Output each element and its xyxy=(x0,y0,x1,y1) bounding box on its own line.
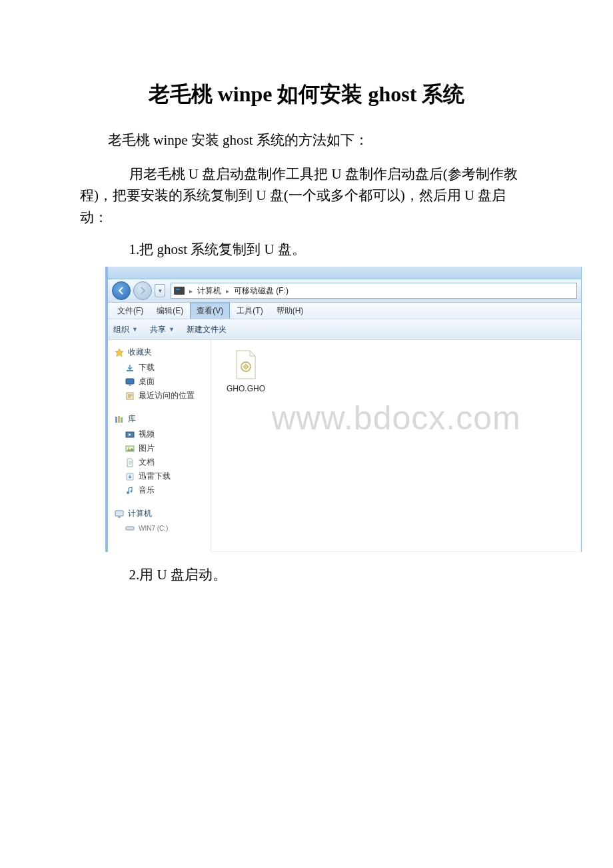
nav-computer[interactable]: 计算机 xyxy=(115,508,208,519)
menu-help[interactable]: 帮助(H) xyxy=(270,303,310,319)
file-item[interactable]: GHO.GHO xyxy=(221,349,271,393)
forward-button[interactable] xyxy=(133,281,152,300)
nav-xunlei-label: 迅雷下载 xyxy=(139,471,171,482)
document-icon xyxy=(125,458,135,467)
nav-music[interactable]: 音乐 xyxy=(115,483,208,497)
command-bar: 组织 ▼ 共享 ▼ 新建文件夹 xyxy=(108,319,581,340)
cmd-new-folder[interactable]: 新建文件夹 xyxy=(187,324,227,335)
drive-icon xyxy=(125,523,135,533)
pictures-icon xyxy=(125,444,135,453)
nav-libraries-label: 库 xyxy=(128,413,136,425)
nav-desktop[interactable]: 桌面 xyxy=(115,375,208,389)
video-icon xyxy=(125,430,135,439)
step-2: 2.用 U 盘启动。 xyxy=(80,565,533,584)
nav-recent-label: 最近访问的位置 xyxy=(139,390,195,401)
arrow-right-icon xyxy=(139,287,147,295)
menu-tools[interactable]: 工具(T) xyxy=(230,303,269,319)
arrow-left-icon xyxy=(117,287,125,295)
nav-computer-label: 计算机 xyxy=(128,508,152,519)
address-bar[interactable]: ▸ 计算机 ▸ 可移动磁盘 (F:) xyxy=(171,283,577,299)
svg-rect-7 xyxy=(121,417,123,423)
drive-icon xyxy=(174,287,185,295)
nav-desktop-label: 桌面 xyxy=(139,376,155,387)
music-icon xyxy=(125,486,135,495)
recent-icon xyxy=(125,391,135,401)
nav-win7-c[interactable]: WIN7 (C:) xyxy=(115,522,208,534)
xunlei-icon xyxy=(125,472,135,481)
description-paragraph: 用老毛桃 U 盘启动盘制作工具把 U 盘制作启动盘后(参考制作教程)，把要安装的… xyxy=(80,163,533,229)
nav-downloads-label: 下载 xyxy=(139,362,155,373)
back-button[interactable] xyxy=(112,281,131,300)
menu-view[interactable]: 查看(V) xyxy=(190,303,230,319)
svg-marker-0 xyxy=(115,349,123,357)
svg-rect-15 xyxy=(115,511,123,516)
menu-file[interactable]: 文件(F) xyxy=(111,303,150,319)
nav-recent[interactable]: 最近访问的位置 xyxy=(115,389,208,403)
nav-documents[interactable]: 文档 xyxy=(115,455,208,469)
cmd-organize[interactable]: 组织 ▼ xyxy=(113,324,138,335)
svg-rect-5 xyxy=(115,417,117,423)
svg-point-14 xyxy=(130,490,132,492)
cmd-organize-label: 组织 xyxy=(113,324,129,335)
svg-rect-1 xyxy=(127,370,133,371)
breadcrumb-sep-icon: ▸ xyxy=(224,287,231,295)
svg-point-13 xyxy=(127,491,129,494)
nav-history-dropdown[interactable]: ▾ xyxy=(155,284,165,297)
star-icon xyxy=(115,348,124,357)
desktop-icon xyxy=(125,377,135,387)
nav-music-label: 音乐 xyxy=(139,485,155,496)
menu-edit[interactable]: 编辑(E) xyxy=(150,303,190,319)
svg-rect-17 xyxy=(126,527,134,530)
nav-videos[interactable]: 视频 xyxy=(115,427,208,441)
nav-win7-c-label: WIN7 (C:) xyxy=(139,525,168,532)
nav-downloads[interactable]: 下载 xyxy=(115,361,208,375)
svg-rect-16 xyxy=(118,517,121,518)
window-titlebar xyxy=(108,267,581,279)
menu-bar: 文件(F) 编辑(E) 查看(V) 工具(T) 帮助(H) xyxy=(108,303,581,319)
nav-pictures-label: 图片 xyxy=(139,443,155,454)
nav-favorites[interactable]: 收藏夹 xyxy=(115,347,208,358)
libraries-icon xyxy=(115,415,124,424)
download-icon xyxy=(125,363,135,373)
svg-rect-2 xyxy=(126,379,134,384)
breadcrumb-root[interactable]: 计算机 xyxy=(197,285,221,297)
chevron-down-icon: ▼ xyxy=(169,326,175,333)
navigation-bar: ▾ ▸ 计算机 ▸ 可移动磁盘 (F:) xyxy=(108,279,581,303)
content-pane[interactable]: GHO.GHO www.bdocx.com xyxy=(211,340,581,552)
file-name-label: GHO.GHO xyxy=(227,384,265,393)
nav-documents-label: 文档 xyxy=(139,457,155,468)
step-1: 1.把 ghost 系统复制到 U 盘。 xyxy=(80,240,533,259)
nav-pictures[interactable]: 图片 xyxy=(115,441,208,455)
navigation-pane: 收藏夹 下载 桌面 xyxy=(108,340,211,552)
chevron-down-icon: ▼ xyxy=(132,326,138,333)
svg-rect-6 xyxy=(118,416,120,423)
svg-point-11 xyxy=(128,447,129,448)
explorer-screenshot: ▾ ▸ 计算机 ▸ 可移动磁盘 (F:) 文件(F) 编辑(E) 查看(V) 工… xyxy=(105,267,582,552)
watermark-text: www.bdocx.com xyxy=(211,399,581,437)
page-title: 老毛桃 winpe 如何安装 ghost 系统 xyxy=(80,80,533,109)
explorer-body: 收藏夹 下载 桌面 xyxy=(108,340,581,552)
nav-libraries[interactable]: 库 xyxy=(115,413,208,425)
nav-favorites-label: 收藏夹 xyxy=(128,347,152,358)
computer-icon xyxy=(115,509,124,519)
breadcrumb-sep-icon: ▸ xyxy=(187,287,195,295)
intro-paragraph: 老毛桃 winpe 安装 ghost 系统的方法如下： xyxy=(80,129,533,151)
cmd-new-folder-label: 新建文件夹 xyxy=(187,324,227,335)
gho-file-icon xyxy=(231,349,261,380)
cmd-share[interactable]: 共享 ▼ xyxy=(150,324,175,335)
cmd-share-label: 共享 xyxy=(150,324,166,335)
nav-xunlei[interactable]: 迅雷下载 xyxy=(115,469,208,483)
nav-videos-label: 视频 xyxy=(139,429,155,440)
breadcrumb-leaf[interactable]: 可移动磁盘 (F:) xyxy=(234,285,289,297)
svg-rect-3 xyxy=(129,385,131,386)
